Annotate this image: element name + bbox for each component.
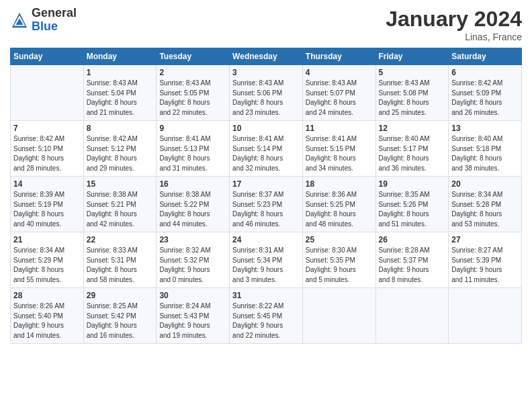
day-info: Sunrise: 8:43 AMSunset: 5:05 PMDaylight:… [159,79,226,118]
header-row: Sunday Monday Tuesday Wednesday Thursday… [11,48,522,65]
day-number: 29 [87,291,154,300]
calendar-cell: 8Sunrise: 8:42 AMSunset: 5:12 PMDaylight… [83,121,157,177]
logo-blue: Blue [32,20,77,34]
calendar-cell: 11Sunrise: 8:41 AMSunset: 5:15 PMDayligh… [302,121,375,177]
col-friday: Friday [375,48,449,65]
day-info: Sunrise: 8:34 AMSunset: 5:29 PMDaylight:… [13,246,81,285]
calendar-cell [375,288,449,344]
day-number: 10 [232,124,300,133]
calendar-week-4: 28Sunrise: 8:26 AMSunset: 5:40 PMDayligh… [11,288,522,344]
day-info: Sunrise: 8:43 AMSunset: 5:08 PMDaylight:… [379,79,446,118]
day-info: Sunrise: 8:22 AMSunset: 5:45 PMDaylight:… [232,302,300,340]
day-number: 7 [13,124,81,133]
day-number: 2 [159,68,226,77]
day-info: Sunrise: 8:38 AMSunset: 5:22 PMDaylight:… [159,190,226,229]
day-number: 14 [13,179,81,189]
day-number: 18 [306,179,373,189]
day-info: Sunrise: 8:41 AMSunset: 5:13 PMDaylight:… [159,134,226,173]
logo-icon [10,11,29,30]
day-number: 26 [379,235,446,244]
calendar-cell: 19Sunrise: 8:35 AMSunset: 5:26 PMDayligh… [375,177,449,232]
calendar-cell: 17Sunrise: 8:37 AMSunset: 5:23 PMDayligh… [230,177,303,232]
day-number: 23 [159,235,226,244]
calendar-cell: 18Sunrise: 8:36 AMSunset: 5:25 PMDayligh… [302,177,375,232]
col-tuesday: Tuesday [157,48,230,65]
day-number: 21 [13,235,81,244]
day-number: 30 [159,291,226,300]
day-number: 25 [306,235,373,244]
day-info: Sunrise: 8:43 AMSunset: 5:06 PMDaylight:… [232,79,300,118]
day-number: 1 [87,68,154,77]
calendar-cell: 26Sunrise: 8:28 AMSunset: 5:37 PMDayligh… [375,232,449,288]
calendar-cell: 23Sunrise: 8:32 AMSunset: 5:32 PMDayligh… [157,232,230,288]
day-info: Sunrise: 8:34 AMSunset: 5:28 PMDaylight:… [451,190,519,229]
calendar-cell: 22Sunrise: 8:33 AMSunset: 5:31 PMDayligh… [83,232,157,288]
title-block: January 2024 Linas, France [386,7,522,42]
day-info: Sunrise: 8:38 AMSunset: 5:21 PMDaylight:… [87,190,154,229]
calendar-cell: 7Sunrise: 8:42 AMSunset: 5:10 PMDaylight… [11,121,84,177]
calendar-cell: 10Sunrise: 8:41 AMSunset: 5:14 PMDayligh… [230,121,303,177]
day-number: 28 [13,291,81,300]
day-number: 22 [87,235,154,244]
day-info: Sunrise: 8:24 AMSunset: 5:43 PMDaylight:… [159,302,226,340]
day-number: 3 [232,68,300,77]
day-number: 27 [451,235,519,244]
header: General Blue January 2024 Linas, France [10,7,522,42]
col-sunday: Sunday [11,48,84,65]
day-info: Sunrise: 8:37 AMSunset: 5:23 PMDaylight:… [232,190,300,229]
day-info: Sunrise: 8:42 AMSunset: 5:12 PMDaylight:… [87,134,154,173]
calendar-cell: 31Sunrise: 8:22 AMSunset: 5:45 PMDayligh… [230,288,303,344]
calendar-cell: 9Sunrise: 8:41 AMSunset: 5:13 PMDaylight… [157,121,230,177]
day-info: Sunrise: 8:39 AMSunset: 5:19 PMDaylight:… [13,190,81,229]
calendar-cell: 27Sunrise: 8:27 AMSunset: 5:39 PMDayligh… [449,232,522,288]
day-number: 31 [232,291,300,300]
calendar-cell: 25Sunrise: 8:30 AMSunset: 5:35 PMDayligh… [302,232,375,288]
location: Linas, France [386,32,522,42]
calendar-cell: 13Sunrise: 8:40 AMSunset: 5:18 PMDayligh… [449,121,522,177]
col-saturday: Saturday [449,48,522,65]
day-info: Sunrise: 8:33 AMSunset: 5:31 PMDaylight:… [87,246,154,285]
calendar-cell: 2Sunrise: 8:43 AMSunset: 5:05 PMDaylight… [157,65,230,121]
calendar-cell: 4Sunrise: 8:43 AMSunset: 5:07 PMDaylight… [302,65,375,121]
day-info: Sunrise: 8:41 AMSunset: 5:14 PMDaylight:… [232,134,300,173]
day-info: Sunrise: 8:35 AMSunset: 5:26 PMDaylight:… [379,190,446,229]
day-number: 15 [87,179,154,189]
day-number: 19 [379,179,446,189]
logo-general: General [32,7,77,20]
calendar-cell: 30Sunrise: 8:24 AMSunset: 5:43 PMDayligh… [157,288,230,344]
day-info: Sunrise: 8:40 AMSunset: 5:18 PMDaylight:… [451,134,519,173]
day-info: Sunrise: 8:40 AMSunset: 5:17 PMDaylight:… [379,134,446,173]
calendar-cell: 15Sunrise: 8:38 AMSunset: 5:21 PMDayligh… [83,177,157,232]
col-thursday: Thursday [302,48,375,65]
calendar-cell [302,288,375,344]
day-info: Sunrise: 8:42 AMSunset: 5:09 PMDaylight:… [451,79,519,118]
calendar-cell: 20Sunrise: 8:34 AMSunset: 5:28 PMDayligh… [449,177,522,232]
calendar-week-2: 14Sunrise: 8:39 AMSunset: 5:19 PMDayligh… [11,177,522,232]
day-number: 11 [306,124,373,133]
calendar-cell: 3Sunrise: 8:43 AMSunset: 5:06 PMDaylight… [230,65,303,121]
day-info: Sunrise: 8:31 AMSunset: 5:34 PMDaylight:… [232,246,300,285]
day-number: 13 [451,124,519,133]
logo-text: General Blue [32,7,77,34]
calendar-cell: 29Sunrise: 8:25 AMSunset: 5:42 PMDayligh… [83,288,157,344]
calendar-cell: 5Sunrise: 8:43 AMSunset: 5:08 PMDaylight… [375,65,449,121]
calendar-cell: 6Sunrise: 8:42 AMSunset: 5:09 PMDaylight… [449,65,522,121]
page: General Blue January 2024 Linas, France … [0,0,532,411]
calendar-cell: 21Sunrise: 8:34 AMSunset: 5:29 PMDayligh… [11,232,84,288]
day-info: Sunrise: 8:43 AMSunset: 5:04 PMDaylight:… [87,79,154,118]
calendar-cell [449,288,522,344]
calendar-cell: 28Sunrise: 8:26 AMSunset: 5:40 PMDayligh… [11,288,84,344]
day-info: Sunrise: 8:42 AMSunset: 5:10 PMDaylight:… [13,134,81,173]
calendar-week-3: 21Sunrise: 8:34 AMSunset: 5:29 PMDayligh… [11,232,522,288]
calendar-cell: 1Sunrise: 8:43 AMSunset: 5:04 PMDaylight… [83,65,157,121]
day-number: 17 [232,179,300,189]
day-number: 6 [451,68,519,77]
calendar-week-1: 7Sunrise: 8:42 AMSunset: 5:10 PMDaylight… [11,121,522,177]
day-number: 12 [379,124,446,133]
day-info: Sunrise: 8:30 AMSunset: 5:35 PMDaylight:… [306,246,373,285]
day-number: 24 [232,235,300,244]
day-number: 5 [379,68,446,77]
col-wednesday: Wednesday [230,48,303,65]
col-monday: Monday [83,48,157,65]
day-number: 20 [451,179,519,189]
